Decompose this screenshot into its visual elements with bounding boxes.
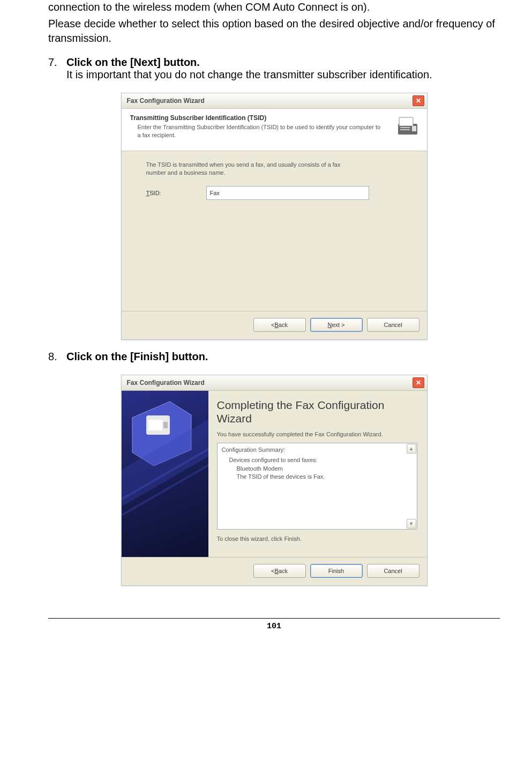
- step-8-number: 8.: [48, 351, 66, 363]
- wizard-body: Completing the Fax Configuration Wizard …: [122, 391, 427, 557]
- summary-line-3: The TSID of these devices is Fax.: [229, 473, 407, 481]
- close-button[interactable]: ✕: [413, 95, 424, 106]
- intro-line-1: connection to the wireless modem (when C…: [48, 0, 500, 14]
- step-7-number: 7.: [48, 56, 66, 81]
- cancel-button[interactable]: Cancel: [367, 318, 419, 332]
- chevron-up-icon: ▲: [409, 446, 414, 451]
- summary-box: Configuration Summary: Devices configure…: [217, 443, 417, 530]
- cancel-button[interactable]: Cancel: [367, 564, 419, 578]
- step-7-text: It is important that you do not change t…: [66, 69, 500, 81]
- close-instruction: To close this wizard, click Finish.: [217, 535, 417, 543]
- back-button[interactable]: < Back: [253, 318, 306, 332]
- next-button[interactable]: Next >: [310, 318, 363, 332]
- summary-line-2: Bluetooth Modem: [229, 465, 407, 473]
- summary-header: Configuration Summary:: [222, 447, 407, 453]
- svg-rect-7: [148, 420, 162, 430]
- svg-rect-2: [412, 126, 416, 131]
- step-7-title: Click on the [Next] button.: [66, 56, 500, 69]
- close-icon: ✕: [416, 380, 421, 386]
- tsid-input[interactable]: Fax: [206, 186, 369, 200]
- page-number: 101: [48, 618, 500, 642]
- summary-line-1: Devices configured to send faxes:: [229, 456, 407, 464]
- svg-rect-1: [399, 117, 413, 126]
- wizard-body-desc: The TSID is transmitted when you send a …: [146, 161, 361, 177]
- finish-button[interactable]: Finish: [310, 564, 363, 578]
- wizard-footer: < Back Next > Cancel: [122, 311, 427, 339]
- scroll-up-button[interactable]: ▲: [407, 444, 416, 453]
- wizard-title: Fax Configuration Wizard: [127, 97, 205, 105]
- complete-text: You have successfully completed the Fax …: [217, 430, 417, 438]
- chevron-down-icon: ▼: [409, 521, 414, 526]
- fax-wizard-tsid: Fax Configuration Wizard ✕ Transmitting …: [121, 93, 428, 340]
- scroll-down-button[interactable]: ▼: [407, 519, 416, 529]
- wizard-header-subtitle: Enter the Transmitting Subscriber Identi…: [130, 123, 419, 139]
- step-8-title: Click on the [Finish] button.: [66, 351, 500, 363]
- wizard-footer: < Back Finish Cancel: [122, 557, 427, 585]
- svg-rect-3: [400, 127, 410, 128]
- step-7: 7. Click on the [Next] button. It is imp…: [48, 56, 500, 81]
- tsid-label: TSID:: [146, 190, 205, 196]
- wizard-sidebar-graphic: [122, 391, 208, 557]
- fax-icon: [396, 114, 419, 138]
- svg-rect-8: [163, 422, 168, 428]
- close-icon: ✕: [416, 98, 421, 104]
- svg-rect-4: [400, 129, 410, 130]
- wizard-titlebar: Fax Configuration Wizard ✕: [122, 93, 427, 109]
- wizard-header: Transmitting Subscriber Identification (…: [122, 109, 427, 151]
- fax-wizard-complete: Fax Configuration Wizard ✕: [121, 375, 428, 586]
- complete-title: Completing the Fax Configuration Wizard: [217, 398, 417, 425]
- wizard-titlebar: Fax Configuration Wizard ✕: [122, 375, 427, 391]
- back-button[interactable]: < Back: [253, 564, 306, 578]
- step-8: 8. Click on the [Finish] button.: [48, 351, 500, 363]
- close-button[interactable]: ✕: [413, 377, 424, 388]
- intro-line-2: Please decide whether to select this opt…: [48, 17, 500, 46]
- wizard-header-title: Transmitting Subscriber Identification (…: [130, 114, 419, 122]
- wizard-title: Fax Configuration Wizard: [127, 379, 205, 386]
- wizard-body: The TSID is transmitted when you send a …: [122, 151, 427, 311]
